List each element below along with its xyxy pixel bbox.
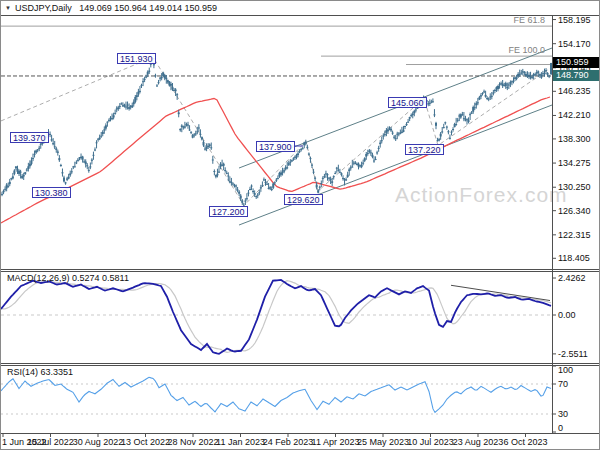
objects-collapse-icon[interactable]: ▼ bbox=[5, 5, 11, 11]
price-axis-label: 138.300 bbox=[558, 134, 591, 144]
price-axis-label: 118.405 bbox=[558, 253, 590, 263]
watermark: ActionForex.com bbox=[395, 183, 568, 207]
rsi-axis-label: 70 bbox=[558, 379, 568, 389]
date-axis-label: 30 Aug 2022 bbox=[73, 437, 124, 447]
price-chart-canvas[interactable] bbox=[1, 1, 600, 450]
date-axis-label: 24 Feb 2023 bbox=[263, 437, 314, 447]
fe-label: FE 100.0 bbox=[508, 45, 545, 55]
swing-price-callout: 127.200 bbox=[209, 206, 248, 217]
date-axis-label: 23 Aug 2023 bbox=[453, 437, 504, 447]
macd-axis-label: -2.5511 bbox=[558, 349, 588, 359]
macd-rsi-separator-b bbox=[1, 365, 600, 366]
rsi-bottom-separator bbox=[1, 433, 600, 434]
swing-price-callout: 129.620 bbox=[284, 194, 323, 205]
price-axis-label: 154.170 bbox=[558, 39, 591, 49]
macd-axis-label: 0.00 bbox=[558, 310, 576, 320]
main-macd-separator-a bbox=[1, 269, 600, 270]
price-axis-label: 142.210 bbox=[558, 110, 591, 120]
date-axis-label: 15 Jul 2022 bbox=[27, 437, 74, 447]
swing-price-callout: 139.370 bbox=[10, 132, 49, 143]
price-axis-label: 126.340 bbox=[558, 206, 591, 216]
titlebar-separator bbox=[1, 15, 600, 16]
rsi-axis-label: 0 bbox=[558, 423, 563, 433]
macd-axis-label: 2.4262 bbox=[558, 273, 586, 283]
macd-label: MACD(12,26,9) 0.5274 0.5811 bbox=[7, 273, 129, 283]
swing-price-callout: 145.060 bbox=[388, 97, 427, 108]
main-macd-separator-b bbox=[1, 271, 600, 272]
date-axis-label: 11 Jan 2023 bbox=[216, 437, 265, 447]
swing-price-callout: 151.930 bbox=[117, 53, 156, 64]
price-axis-label: 146.235 bbox=[558, 86, 591, 96]
price-axis-label: 130.250 bbox=[558, 182, 591, 192]
date-axis-label: 10 Jul 2023 bbox=[407, 437, 454, 447]
swing-price-callout: 137.220 bbox=[405, 144, 444, 155]
fe-label: FE 61.8 bbox=[513, 15, 545, 25]
date-axis-label: 11 Apr 2023 bbox=[312, 437, 360, 447]
price-axis-label: 134.275 bbox=[558, 158, 591, 168]
swing-price-callout: 137.900 bbox=[256, 141, 295, 152]
price-tag-148790: 148.790 bbox=[553, 70, 599, 81]
price-axis-label: 158.195 bbox=[558, 15, 591, 25]
rsi-axis-label: 100 bbox=[558, 365, 573, 375]
rsi-label: RSI(14) 63.3351 bbox=[7, 367, 73, 377]
date-axis-label: 25 May 2023 bbox=[357, 437, 409, 447]
rsi-axis-label: 30 bbox=[558, 409, 568, 419]
macd-rsi-separator-a bbox=[1, 363, 600, 364]
price-axis-label: 122.315 bbox=[558, 230, 591, 240]
chart-title-bar: ▼USDJPY,Daily 149.069 150.964 149.014 15… bbox=[1, 1, 599, 15]
date-axis-label: 13 Oct 2022 bbox=[121, 437, 170, 447]
chart-title: USDJPY,Daily 149.069 150.964 149.014 150… bbox=[15, 3, 217, 13]
price-tag-150959: 150.959 bbox=[553, 57, 599, 68]
date-axis-label: 6 Oct 2023 bbox=[503, 437, 547, 447]
date-axis-label: 28 Nov 2022 bbox=[167, 437, 218, 447]
mt4-chart-window: ▼USDJPY,Daily 149.069 150.964 149.014 15… bbox=[0, 0, 600, 450]
swing-price-callout: 130.380 bbox=[32, 187, 71, 198]
